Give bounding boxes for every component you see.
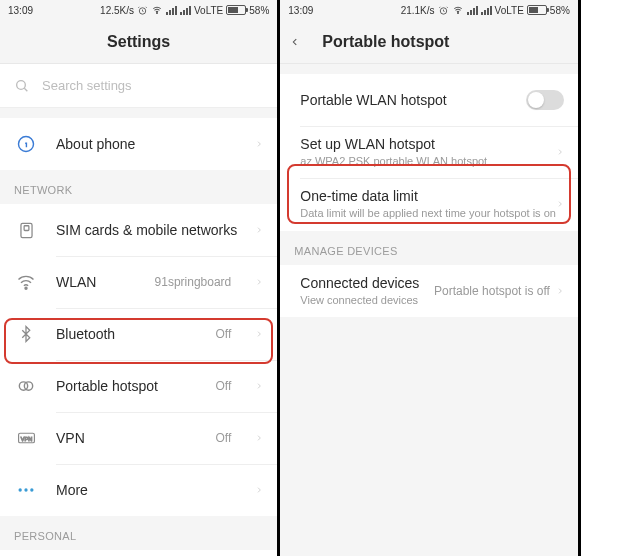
vpn-icon: VPN (14, 431, 38, 445)
row-label: WLAN (56, 274, 137, 290)
info-icon (14, 134, 38, 154)
back-button[interactable] (290, 20, 300, 63)
status-bar: 13:09 21.1K/s VoLTE 58% (280, 0, 578, 20)
screen-settings: 13:09 12.5K/s VoLTE 58% Settings Search … (0, 0, 280, 556)
chevron-right-icon (255, 379, 263, 393)
search-placeholder: Search settings (42, 78, 132, 93)
svg-point-6 (25, 287, 27, 289)
row-value: Off (216, 379, 232, 393)
row-about-phone[interactable]: About phone (0, 118, 277, 170)
section-manage-devices: MANAGE DEVICES (280, 231, 578, 265)
row-label: Connected devices (300, 275, 434, 291)
gap (280, 64, 578, 74)
toggle-hotspot[interactable] (526, 90, 564, 110)
svg-point-8 (24, 382, 32, 390)
chevron-right-icon (255, 327, 263, 341)
screen-hotspot: 13:09 21.1K/s VoLTE 58% Portable hotspot… (280, 0, 581, 556)
header: Portable hotspot (280, 20, 578, 64)
svg-rect-5 (24, 225, 29, 230)
row-label: Portable hotspot (56, 378, 198, 394)
clock: 13:09 (8, 5, 33, 16)
row-vpn[interactable]: VPN VPN Off (0, 412, 277, 464)
status-bar: 13:09 12.5K/s VoLTE 58% (0, 0, 277, 20)
row-label: VPN (56, 430, 198, 446)
row-wlan-hotspot[interactable]: Portable WLAN hotspot (280, 74, 578, 126)
row-bluetooth[interactable]: Bluetooth Off (0, 308, 277, 360)
battery-pct: 58% (249, 5, 269, 16)
signal-icon-1 (166, 6, 177, 15)
wifi-icon (14, 272, 38, 292)
chevron-right-icon (556, 145, 564, 159)
wifi-icon (452, 5, 464, 15)
svg-point-11 (19, 488, 22, 491)
search-icon (14, 78, 30, 94)
chevron-right-icon (255, 223, 263, 237)
header: Settings (0, 20, 277, 64)
hotspot-icon (14, 376, 38, 396)
row-label: SIM cards & mobile networks (56, 222, 237, 238)
net-speed: 12.5K/s (100, 5, 134, 16)
section-network: NETWORK (0, 170, 277, 204)
alarm-icon (438, 5, 449, 16)
volte-label: VoLTE (194, 5, 223, 16)
row-sub: az WPA2 PSK portable WLAN hotspot (300, 154, 556, 168)
net-speed: 21.1K/s (401, 5, 435, 16)
svg-point-12 (24, 488, 27, 491)
page-title: Portable hotspot (322, 33, 449, 51)
row-label: More (56, 482, 237, 498)
row-connected-devices[interactable]: Connected devices View connected devices… (280, 265, 578, 317)
row-label: Portable WLAN hotspot (300, 92, 526, 108)
row-sub: View connected devices (300, 293, 434, 307)
row-more[interactable]: More (0, 464, 277, 516)
sim-icon (14, 221, 38, 240)
chevron-right-icon (255, 275, 263, 289)
row-value: 91springboard (155, 275, 232, 289)
row-label: Set up WLAN hotspot (300, 136, 556, 152)
chevron-right-icon (556, 197, 564, 211)
row-setup-hotspot[interactable]: Set up WLAN hotspot az WPA2 PSK portable… (280, 126, 578, 178)
row-value: Off (216, 431, 232, 445)
volte-label: VoLTE (495, 5, 524, 16)
svg-point-13 (30, 488, 33, 491)
row-portable-hotspot[interactable]: Portable hotspot Off (0, 360, 277, 412)
signal-icon-1 (467, 6, 478, 15)
bluetooth-icon (14, 325, 38, 343)
battery-icon (226, 5, 246, 15)
row-display[interactable]: Display (0, 550, 277, 556)
alarm-icon (137, 5, 148, 16)
row-data-limit[interactable]: One-time data limit Data limit will be a… (280, 178, 578, 230)
page-title: Settings (107, 33, 170, 51)
signal-icon-2 (481, 6, 492, 15)
battery-pct: 58% (550, 5, 570, 16)
chevron-right-icon (556, 284, 564, 298)
chevron-right-icon (255, 431, 263, 445)
more-icon (14, 480, 38, 500)
wifi-icon (151, 5, 163, 15)
row-sub: Data limit will be applied next time you… (300, 206, 556, 220)
svg-point-1 (157, 12, 158, 13)
section-personal: PERSONAL (0, 516, 277, 550)
battery-icon (527, 5, 547, 15)
row-wlan[interactable]: WLAN 91springboard (0, 256, 277, 308)
row-label: One-time data limit (300, 188, 556, 204)
row-value: Portable hotspot is off (434, 284, 550, 298)
signal-icon-2 (180, 6, 191, 15)
gap (0, 108, 277, 118)
chevron-right-icon (255, 137, 263, 151)
row-label: About phone (56, 136, 237, 152)
chevron-right-icon (255, 483, 263, 497)
row-value: Off (216, 327, 232, 341)
search-row[interactable]: Search settings (0, 64, 277, 108)
svg-text:VPN: VPN (20, 436, 31, 442)
clock: 13:09 (288, 5, 313, 16)
svg-point-2 (17, 80, 26, 89)
svg-point-17 (457, 12, 458, 13)
row-sim-cards[interactable]: SIM cards & mobile networks (0, 204, 277, 256)
row-label: Bluetooth (56, 326, 198, 342)
